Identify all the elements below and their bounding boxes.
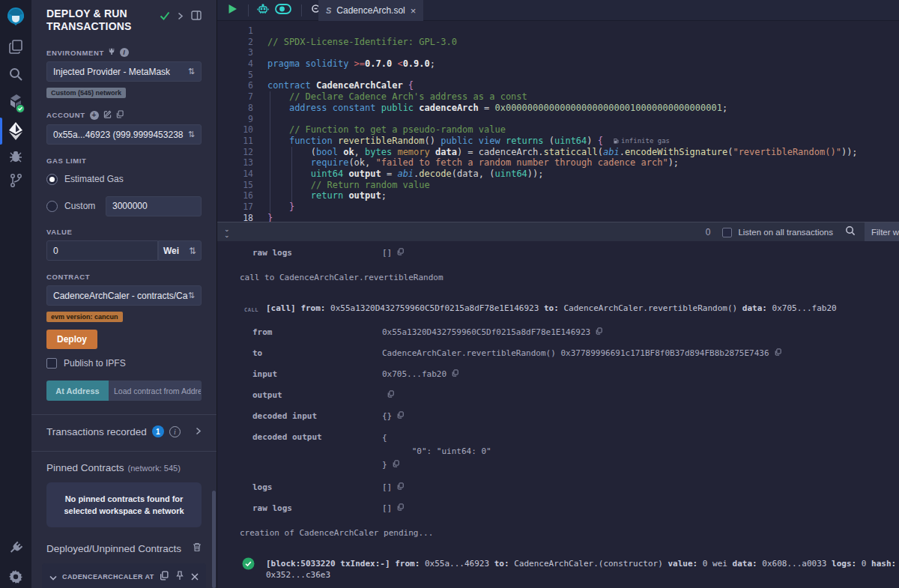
terminal-kv-row: decoded output{ "0": "uint64: 0"} xyxy=(217,431,899,472)
compile-success-check-icon xyxy=(160,10,170,23)
custom-gas-label: Custom xyxy=(64,201,95,211)
copy-icon[interactable] xyxy=(397,482,404,493)
code-line: 16 return output; xyxy=(217,190,899,201)
publish-ipfs-label: Publish to IPFS xyxy=(64,358,126,369)
line-number: 5 xyxy=(217,70,253,81)
terminal-call-summary: call[call] from: 0x55a1320D432759960C5Df… xyxy=(217,303,899,314)
split-view-icon[interactable] xyxy=(191,10,202,23)
copy-icon[interactable] xyxy=(452,369,458,380)
chevron-updown-icon: ⇅ xyxy=(188,67,195,76)
code-text: // Function to get a pseudo-random value xyxy=(253,124,506,136)
value-unit-select[interactable]: Wei ⇅ xyxy=(158,240,202,261)
copy-account-icon[interactable] xyxy=(116,110,124,120)
terminal-search-icon[interactable] xyxy=(845,225,856,239)
kv-key: decoded input xyxy=(252,410,382,422)
code-text: address constant public cadenceArch = 0x… xyxy=(253,103,727,114)
code-text: // Declare Cadence Arch's address as a c… xyxy=(253,91,527,103)
settings-gear-icon[interactable] xyxy=(0,569,31,584)
line-number: 8 xyxy=(217,103,253,114)
plugin-manager-icon[interactable] xyxy=(0,541,31,556)
collapse-terminal-icon[interactable]: ⌄⌄ xyxy=(224,226,230,238)
line-number: 4 xyxy=(217,58,253,70)
code-text: } xyxy=(253,201,294,213)
code-editor[interactable]: 12// SPDX-License-Identifier: GPL-3.034p… xyxy=(217,21,899,222)
collapse-chevron-icon[interactable] xyxy=(49,570,57,584)
add-account-icon[interactable]: + xyxy=(90,111,99,120)
copy-icon[interactable] xyxy=(397,410,404,422)
source-control-icon[interactable] xyxy=(0,173,31,188)
deploy-and-run-icon[interactable] xyxy=(0,121,31,140)
environment-info-icon[interactable]: i xyxy=(120,48,129,57)
trash-icon[interactable] xyxy=(193,542,202,554)
kv-key: output xyxy=(252,390,382,401)
publish-ipfs-checkbox[interactable] xyxy=(46,358,57,369)
gas-lens-label: infinite gas xyxy=(621,137,670,145)
transactions-info-icon[interactable]: i xyxy=(169,426,181,437)
solidity-compiler-icon[interactable] xyxy=(0,93,31,114)
custom-gas-radio[interactable] xyxy=(46,201,58,212)
listen-all-transactions-checkbox[interactable] xyxy=(722,228,732,237)
code-line: 3 xyxy=(217,47,899,58)
remove-contract-icon[interactable] xyxy=(191,570,199,584)
terminal-kv-row: logs[] xyxy=(217,482,899,493)
copy-icon[interactable] xyxy=(775,348,781,359)
success-check-icon xyxy=(242,557,255,573)
account-select[interactable]: 0x55a...46923 (999.9999453238 ⇅ xyxy=(46,124,202,145)
run-script-play-icon[interactable] xyxy=(223,4,242,17)
code-line: 2// SPDX-License-Identifier: GPL-3.0 xyxy=(217,37,899,48)
gas-estimate-lens: infinite gas xyxy=(614,137,670,145)
account-label: ACCOUNT xyxy=(46,111,85,119)
pin-contract-icon[interactable] xyxy=(175,570,184,584)
terminal-kv-row: from0x55a1320D432759960C5Df0215a8dF78e1E… xyxy=(217,327,899,338)
value-input[interactable]: 0 xyxy=(46,240,158,261)
terminal-output[interactable]: raw logs[]call to CadenceArchCaler.rever… xyxy=(217,241,899,588)
remix-ide-window: DEPLOY & RUN TRANSACTIONS ENVIRONMENT i … xyxy=(0,0,899,588)
code-text: uint64 output = abi.decode(data, (uint64… xyxy=(253,169,544,180)
plug-icon[interactable] xyxy=(109,48,115,57)
file-explorer-icon[interactable] xyxy=(0,39,31,55)
deployed-contract-card: CADENCEARCHCALER AT 0) Balance: 0 ETH ca… xyxy=(42,563,206,588)
terminal-filter-input[interactable]: Filter w xyxy=(865,222,899,242)
deployed-contract-name[interactable]: CADENCEARCHCALER AT 0) xyxy=(62,573,154,581)
editor-terminal-area: S CadenceArch.sol × 12// SPDX-License-Id… xyxy=(217,0,899,588)
copy-icon[interactable] xyxy=(393,458,399,472)
environment-select[interactable]: Injected Provider - MetaMask ⇅ xyxy=(46,61,202,82)
transactions-expand-chevron-icon[interactable] xyxy=(196,426,202,437)
panel-title: DEPLOY & RUN TRANSACTIONS xyxy=(46,7,159,33)
ai-copilot-toggle-icon[interactable] xyxy=(271,4,295,17)
remix-logo-icon[interactable] xyxy=(0,6,31,27)
code-text: // SPDX-License-Identifier: GPL-3.0 xyxy=(253,37,457,48)
remix-ai-robot-icon[interactable] xyxy=(255,4,271,18)
kv-key: input xyxy=(252,369,382,380)
code-text xyxy=(253,114,267,125)
estimated-gas-radio[interactable] xyxy=(46,174,58,185)
deploy-button[interactable]: Deploy xyxy=(46,330,97,349)
edit-account-icon[interactable] xyxy=(103,110,112,120)
copy-address-icon[interactable] xyxy=(160,570,169,584)
pin-panel-chevron-icon[interactable] xyxy=(178,10,184,23)
code-text: pragma solidity >=0.7.0 <0.9.0; xyxy=(253,58,435,70)
chevron-updown-icon: ⇅ xyxy=(189,246,196,256)
search-icon[interactable] xyxy=(0,67,31,82)
contract-select[interactable]: CadenceArchCaler - contracts/Cac ⇅ xyxy=(46,285,202,306)
call-badge: call xyxy=(244,305,258,316)
close-tab-icon[interactable]: × xyxy=(411,5,417,16)
debugger-icon[interactable] xyxy=(0,148,31,163)
code-text: // Return random value xyxy=(253,180,430,191)
kv-value: [] xyxy=(382,503,392,514)
estimated-gas-label: Estimated Gas xyxy=(64,174,124,184)
copy-icon[interactable] xyxy=(397,503,404,514)
at-address-input[interactable]: Load contract from Addres xyxy=(109,381,202,401)
tab-cadencearch-sol[interactable]: S CadenceArch.sol × xyxy=(318,0,423,21)
code-text: contract CadenceArchCaler { xyxy=(253,80,414,91)
activity-bar xyxy=(0,0,31,588)
code-text xyxy=(253,25,267,37)
terminal-kv-row: raw logs[] xyxy=(217,247,899,258)
at-address-button[interactable]: At Address xyxy=(46,381,109,401)
custom-gas-input[interactable]: 3000000 xyxy=(106,196,202,216)
copy-icon[interactable] xyxy=(387,390,394,401)
line-number: 14 xyxy=(217,169,253,180)
copy-icon[interactable] xyxy=(596,327,602,338)
copy-icon[interactable] xyxy=(397,247,404,258)
panel-scrollbar[interactable] xyxy=(212,491,216,588)
